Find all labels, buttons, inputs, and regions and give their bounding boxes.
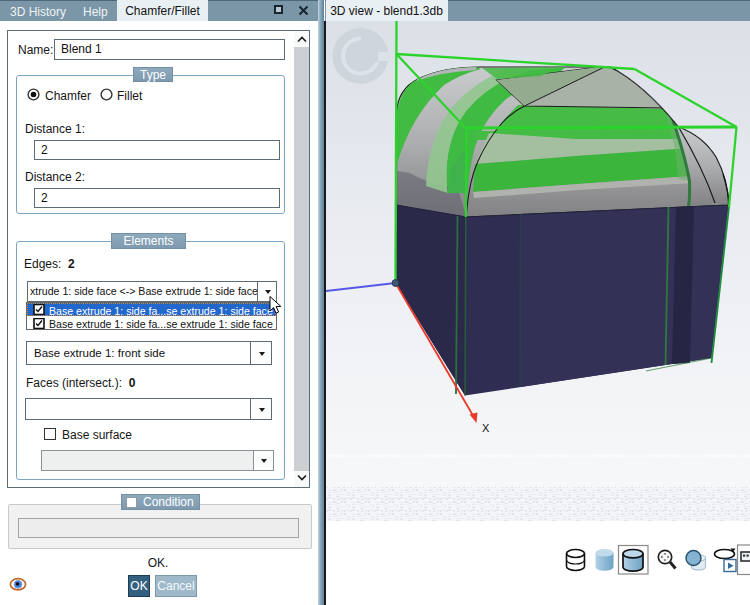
svg-text:X: X	[482, 422, 490, 434]
